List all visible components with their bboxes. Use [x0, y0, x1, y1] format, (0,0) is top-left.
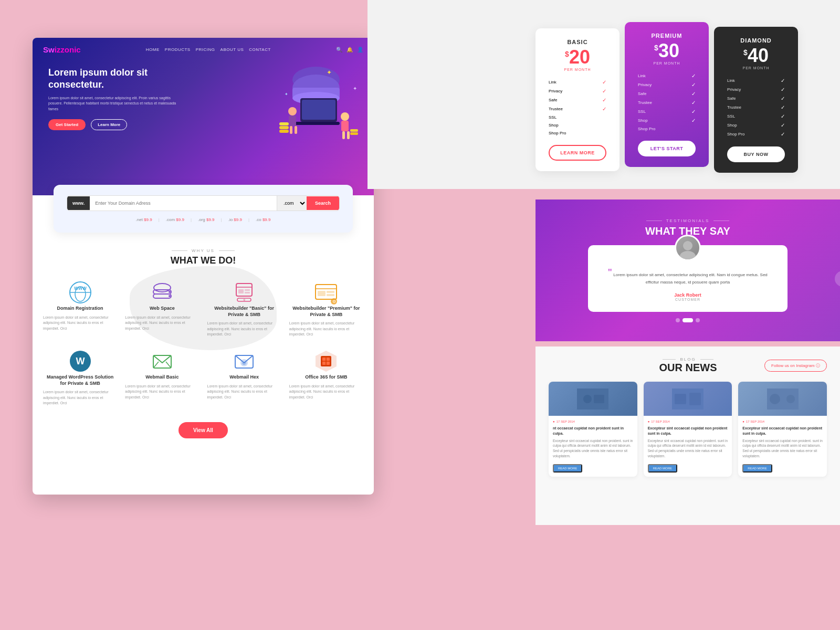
dot-3[interactable]	[696, 318, 700, 322]
svg-point-57	[680, 251, 696, 259]
svg-point-65	[770, 394, 780, 404]
service-office365: Office 365 for SMB Lorem ipsum dolor sit…	[289, 348, 363, 406]
blog-card-2: ●17 SEP 2014 Excepteur sint occaecat cup…	[644, 382, 732, 477]
read-more-btn-1[interactable]: READ MORE	[553, 464, 582, 472]
services-row-2: W Managed WordPress Solution for Private…	[43, 348, 363, 406]
feature-trustee: Trustee✓	[549, 104, 606, 113]
svg-text:⚙: ⚙	[243, 298, 246, 301]
extension-select[interactable]: .com .net .org .io .co	[277, 196, 307, 211]
service-name-webmail-hex: Webmail Hex	[229, 374, 259, 381]
testimonials-section: TESTIMONIALS WHAT THEY SAY "Lorem ipsum …	[536, 200, 840, 341]
svg-rect-41	[318, 291, 326, 296]
testimonials-subtitle: TESTIMONIALS	[646, 218, 730, 223]
df-safe: Safe✓	[727, 94, 785, 103]
svg-point-56	[683, 241, 692, 250]
services-row-1: www Domain Registration Lorem ipsum dolo…	[43, 279, 363, 338]
pf-trustee: Trustee✓	[638, 98, 696, 107]
blog-excerpt-1: Excepteur sint occaecat cupidat non proi…	[553, 438, 633, 459]
view-all-button[interactable]: View All	[178, 422, 228, 438]
nav-home[interactable]: HOME	[146, 47, 160, 52]
blog-title-area: BLOG OUR NEWS	[612, 357, 764, 374]
basic-plan-name: BASIC	[549, 39, 606, 45]
basic-plan-button[interactable]: LEARN MORE	[549, 145, 606, 161]
svg-rect-35	[245, 289, 250, 291]
blog-content-1: ●17 SEP 2014 nt occaecat cupidat non pro…	[549, 416, 637, 477]
pf-safe: Safe✓	[638, 89, 696, 98]
domain-search-section: www. .com .net .org .io .co Search .net …	[54, 185, 353, 233]
service-desc-builder-basic: Lorem ipsum dolor sit amet, consectetur …	[207, 321, 281, 338]
dot-1[interactable]	[676, 318, 680, 322]
blog-excerpt-2: Excepteur sint occaecat cupidat non proi…	[648, 438, 728, 459]
section-title: WHAT WE DO!	[43, 255, 363, 266]
service-webmail-hex: @ Webmail Hex Lorem ipsum dolor sit amet…	[207, 348, 281, 406]
domain-search-input[interactable]	[90, 196, 277, 210]
feature-shop: Shop	[549, 121, 606, 129]
pf-ssl: SSL✓	[638, 107, 696, 116]
blog-content-3: ●17 SEP 2014 Excepteur sint occaecat cup…	[738, 416, 827, 477]
service-name-webmail-basic: Webmail Basic	[145, 374, 178, 381]
nav-pricing[interactable]: PRICING	[196, 47, 215, 52]
nav-about[interactable]: ABOUT US	[220, 47, 244, 52]
svg-rect-43	[327, 294, 334, 296]
premium-plan-price: $30	[638, 41, 696, 60]
nav-products[interactable]: PRODUCTS	[165, 47, 191, 52]
pricing-card-premium: PREMIUM $30 PER MONTH Link✓ Privacy✓ Saf…	[625, 22, 709, 167]
blog-date-2: ●17 SEP 2014	[648, 420, 728, 423]
svg-rect-42	[327, 291, 334, 293]
blog-excerpt-3: Excepteur sint occaecat cupidat non proi…	[742, 438, 823, 459]
svg-rect-34	[238, 289, 244, 293]
testimonial-next-arrow[interactable]: ›	[835, 271, 840, 287]
service-builder-premium: ⚙ Websitebuilder "Premium" for Private &…	[289, 279, 363, 338]
svg-point-66	[786, 395, 795, 403]
premium-plan-button[interactable]: LET'S START	[638, 141, 696, 156]
read-more-btn-2[interactable]: READ MORE	[648, 464, 677, 472]
net-price: .net $9.9	[136, 217, 152, 222]
org-price: .org $9.9	[198, 217, 215, 222]
testimonial-dots	[676, 318, 700, 322]
premium-features: Link✓ Privacy✓ Safe✓ Trustee✓ SSL✓ Shop✓…	[638, 71, 696, 133]
feature-ssl: SSL	[549, 113, 606, 121]
www-prefix: www.	[67, 196, 90, 210]
df-trustee: Trustee✓	[727, 103, 785, 112]
svg-point-31	[169, 291, 171, 293]
blog-card-3: ●17 SEP 2014 Excepteur sint occaecat cup…	[738, 382, 827, 477]
service-desc-office365: Lorem ipsum dolor sit amet, consectetur …	[289, 384, 363, 401]
section-subtitle: WHY US	[43, 248, 363, 253]
df-link: Link✓	[727, 76, 785, 85]
blog-img-2	[644, 382, 732, 416]
svg-point-29	[154, 284, 171, 292]
service-desc-builder-premium: Lorem ipsum dolor sit amet, consectetur …	[289, 321, 363, 338]
learn-more-button[interactable]: Learn More	[91, 119, 127, 130]
service-name-office365: Office 365 for SMB	[305, 374, 347, 381]
search-button[interactable]: Search	[307, 196, 339, 210]
testimonial-wrapper: "Lorem ipsum dolor sit amet, consectetur…	[551, 245, 824, 311]
get-started-button[interactable]: Get Started	[48, 119, 86, 130]
dot-2[interactable]	[682, 318, 693, 322]
blog-content-2: ●17 SEP 2014 Excepteur sint occaecat cup…	[644, 416, 732, 477]
svg-point-59	[583, 395, 592, 403]
diamond-features: Link✓ Privacy✓ Safe✓ Trustee✓ SSL✓ Shop✓…	[727, 76, 785, 139]
read-more-btn-3[interactable]: READ MORE	[742, 464, 772, 472]
svg-text:⚙: ⚙	[332, 299, 336, 304]
blog-subtitle: BLOG	[612, 357, 764, 362]
service-desc-domain: Lorem ipsum dolor sit amet, consectetur …	[43, 315, 117, 332]
service-name-webspace: Web Space	[150, 306, 175, 312]
pf-shop-pro: Shop Pro	[638, 125, 696, 133]
service-desc-webmail-basic: Lorem ipsum dolor sit amet, consectetur …	[125, 384, 199, 401]
reviewer-name: Jack Robert	[601, 292, 774, 298]
com-price: .com $9.9	[166, 217, 184, 222]
diamond-per-month: PER MONTH	[727, 66, 785, 70]
blog-headline-2: Excepteur sint occaecat cupidat non proi…	[648, 426, 728, 436]
pf-link: Link✓	[638, 71, 696, 80]
reviewer-role: CUSTOMER	[601, 298, 774, 301]
follow-instagram-button[interactable]: Follow us on Instagram ⓘ	[764, 360, 827, 372]
service-desc-wordpress: Lorem ipsum dolor sit amet, consectetur …	[43, 390, 117, 406]
svg-text:@: @	[242, 361, 246, 365]
diamond-plan-price: $40	[727, 46, 785, 65]
diamond-plan-button[interactable]: BUY NOW	[727, 146, 785, 162]
pricing-section: BASIC $20 PER MONTH Link✓ Privacy✓ Safe✓…	[368, 0, 840, 189]
basic-plan-price: $20	[549, 48, 606, 67]
basic-per-month: PER MONTH	[549, 68, 606, 71]
hero-title: Lorem ipsum dolor sit consectetur.	[48, 67, 195, 91]
service-desc-webspace: Lorem ipsum dolor sit amet, consectetur …	[125, 315, 199, 332]
